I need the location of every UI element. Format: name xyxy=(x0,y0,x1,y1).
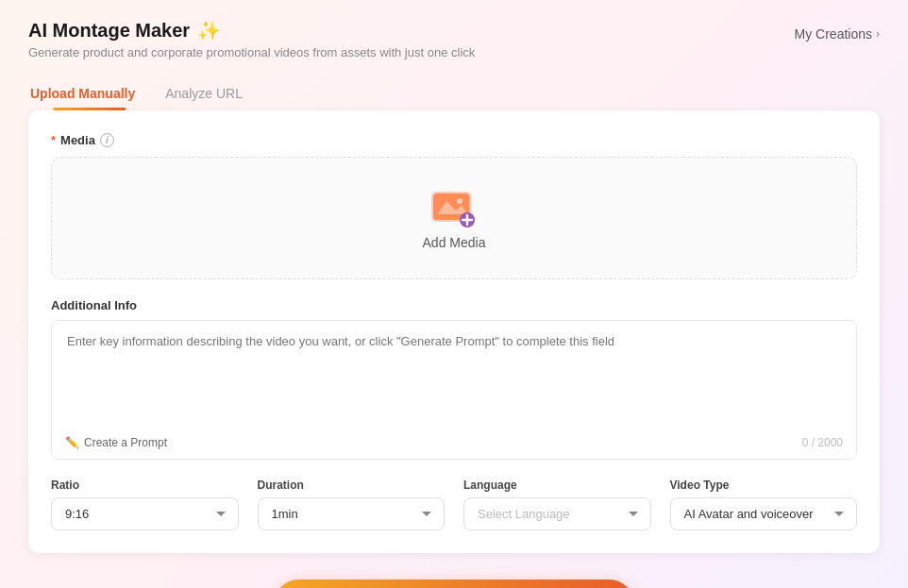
wand-icon: ✨ xyxy=(197,19,221,42)
required-star: * xyxy=(51,133,56,147)
video-type-select[interactable]: AI Avatar and voiceover Voiceover only N… xyxy=(670,497,858,530)
ratio-label: Ratio xyxy=(51,479,239,492)
additional-info-label: Additional Info xyxy=(51,298,857,312)
dropdowns-row: Ratio 9:16 16:9 1:1 4:3 Duration 1min 2m… xyxy=(51,479,857,530)
media-section-label: * Media i xyxy=(51,133,857,147)
media-label-text: Media xyxy=(60,133,95,147)
textarea-footer: ✏️ Create a Prompt 0 / 2000 xyxy=(52,428,856,459)
char-count: 0 / 2000 xyxy=(802,436,843,449)
my-creations-link[interactable]: My Creations › xyxy=(795,26,880,42)
generate-video-button[interactable]: Generate Video xyxy=(275,580,633,588)
language-label: Language xyxy=(463,479,651,492)
pencil-icon: ✏️ xyxy=(65,436,79,449)
footer-btn-area: Generate Video xyxy=(28,580,880,588)
chevron-right-icon: › xyxy=(876,27,880,41)
video-type-dropdown-group: Video Type AI Avatar and voiceover Voice… xyxy=(670,479,858,530)
svg-point-3 xyxy=(457,198,462,204)
app-title: AI Montage Maker xyxy=(28,20,190,42)
create-prompt-label: Create a Prompt xyxy=(84,436,167,449)
main-card: * Media i xyxy=(28,110,880,553)
add-media-label: Add Media xyxy=(423,235,486,250)
tabs: Upload Manually Analyze URL xyxy=(28,78,880,110)
media-upload-area[interactable]: Add Media xyxy=(51,157,857,279)
my-creations-label: My Creations xyxy=(795,26,872,42)
prompt-textarea[interactable] xyxy=(52,321,856,425)
add-media-icon xyxy=(429,186,479,227)
language-select[interactable]: Select Language English Spanish French G… xyxy=(463,497,651,530)
video-type-label: Video Type xyxy=(670,479,858,492)
ratio-dropdown-group: Ratio 9:16 16:9 1:1 4:3 xyxy=(51,479,239,530)
language-dropdown-group: Language Select Language English Spanish… xyxy=(463,479,651,530)
app-subtitle: Generate product and corporate promotion… xyxy=(28,45,475,59)
create-prompt-button[interactable]: ✏️ Create a Prompt xyxy=(65,436,167,449)
duration-dropdown-group: Duration 1min 2min 3min 5min xyxy=(258,479,446,530)
media-info-icon[interactable]: i xyxy=(100,133,114,147)
tab-upload-manually[interactable]: Upload Manually xyxy=(28,78,150,110)
prompt-textarea-wrapper: ✏️ Create a Prompt 0 / 2000 xyxy=(51,320,857,460)
ratio-select[interactable]: 9:16 16:9 1:1 4:3 xyxy=(51,497,239,530)
tab-analyze-url[interactable]: Analyze URL xyxy=(150,78,258,110)
duration-select[interactable]: 1min 2min 3min 5min xyxy=(258,497,446,530)
duration-label: Duration xyxy=(258,479,446,492)
